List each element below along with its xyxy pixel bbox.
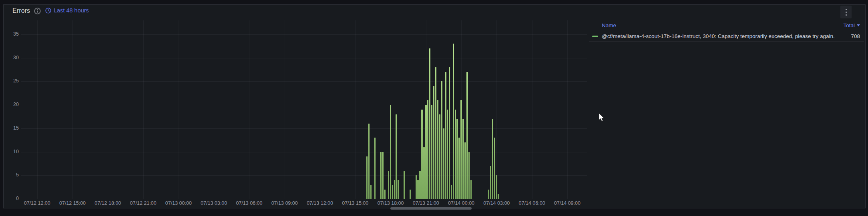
bar[interactable] bbox=[492, 119, 494, 199]
bar[interactable] bbox=[449, 67, 450, 199]
bar[interactable] bbox=[443, 128, 444, 199]
bar[interactable] bbox=[466, 72, 468, 199]
bar[interactable] bbox=[384, 190, 386, 199]
panel-title: Errors bbox=[12, 7, 30, 14]
bar[interactable] bbox=[496, 175, 498, 199]
bar[interactable] bbox=[419, 171, 421, 199]
bar[interactable] bbox=[394, 180, 396, 199]
series-color-swatch[interactable] bbox=[592, 36, 598, 37]
bar[interactable] bbox=[423, 147, 425, 199]
legend-name-header[interactable]: Name bbox=[602, 22, 616, 28]
x-axis-tick-label: 07/14 03:00 bbox=[477, 200, 516, 206]
time-range-link[interactable]: Last 48 hours bbox=[45, 7, 89, 14]
bar[interactable] bbox=[396, 114, 397, 199]
bar[interactable] bbox=[404, 171, 405, 199]
bar[interactable] bbox=[388, 171, 390, 199]
bar[interactable] bbox=[468, 152, 470, 199]
bar[interactable] bbox=[417, 180, 419, 199]
legend-table: Name Total @cf/meta/llama-4-scout-17b-16… bbox=[589, 22, 864, 42]
gridline bbox=[21, 175, 587, 176]
bar[interactable] bbox=[437, 100, 438, 199]
sort-desc-icon bbox=[857, 24, 860, 26]
bar[interactable] bbox=[380, 152, 382, 199]
x-axis-tick-label: 07/12 12:00 bbox=[18, 200, 56, 206]
gridline bbox=[567, 20, 568, 199]
gridline bbox=[37, 20, 38, 199]
dashboard-page: Errors Last 48 hours bbox=[0, 0, 868, 216]
gridline bbox=[496, 20, 497, 199]
gridline bbox=[320, 20, 320, 199]
x-axis-tick-label: 07/14 09:00 bbox=[548, 200, 587, 206]
bar[interactable] bbox=[445, 72, 446, 199]
bar[interactable] bbox=[431, 105, 433, 199]
gridline bbox=[108, 20, 108, 199]
x-axis-tick-label: 07/13 06:00 bbox=[230, 200, 268, 206]
bar[interactable] bbox=[462, 119, 464, 199]
x-axis-tick-label: 07/14 00:00 bbox=[442, 200, 480, 206]
bar[interactable] bbox=[366, 156, 368, 199]
gridline bbox=[21, 128, 587, 129]
bar[interactable] bbox=[368, 124, 370, 199]
x-axis-tick-label: 07/12 18:00 bbox=[88, 200, 127, 206]
gridline bbox=[21, 34, 587, 35]
bar[interactable] bbox=[456, 119, 458, 199]
x-axis-tick-label: 07/13 18:00 bbox=[372, 200, 410, 206]
panel-menu-button[interactable] bbox=[840, 6, 852, 18]
bar[interactable] bbox=[455, 110, 456, 199]
gridline bbox=[72, 20, 73, 199]
bar[interactable] bbox=[453, 44, 454, 199]
bar[interactable] bbox=[460, 100, 462, 199]
y-axis-tick-label: 5 bbox=[5, 172, 19, 178]
x-axis-tick-label: 07/13 09:00 bbox=[265, 200, 304, 206]
bar[interactable] bbox=[392, 185, 394, 199]
bar[interactable] bbox=[421, 110, 423, 199]
legend-total-header[interactable]: Total bbox=[843, 22, 860, 28]
y-axis-tick-label: 25 bbox=[5, 78, 19, 84]
bar[interactable] bbox=[410, 190, 411, 199]
y-axis-tick-label: 15 bbox=[5, 125, 19, 131]
bar[interactable] bbox=[458, 138, 460, 199]
panel-header: Errors Last 48 hours bbox=[4, 5, 865, 18]
bar[interactable] bbox=[374, 138, 376, 199]
x-axis-tick-label: 07/13 12:00 bbox=[301, 200, 339, 206]
legend-header-row: Name Total bbox=[589, 22, 864, 31]
bar[interactable] bbox=[427, 100, 429, 199]
bar[interactable] bbox=[433, 86, 435, 199]
time-range-label: Last 48 hours bbox=[54, 7, 89, 14]
bar[interactable] bbox=[439, 114, 440, 199]
bar[interactable] bbox=[382, 152, 384, 199]
gridline bbox=[21, 81, 587, 82]
bar[interactable] bbox=[435, 67, 437, 199]
gridline bbox=[143, 20, 144, 199]
horizontal-scrollbar-thumb[interactable] bbox=[390, 207, 472, 210]
x-axis-tick-label: 07/13 00:00 bbox=[159, 200, 198, 206]
bar[interactable] bbox=[390, 105, 392, 199]
bar[interactable] bbox=[429, 48, 431, 199]
bar[interactable] bbox=[425, 105, 427, 199]
y-axis-tick-label: 30 bbox=[5, 55, 19, 60]
bar[interactable] bbox=[398, 180, 399, 199]
legend-row[interactable]: @cf/meta/llama-4-scout-17b-16e-instruct,… bbox=[589, 31, 864, 42]
y-axis-tick-label: 10 bbox=[5, 149, 19, 154]
y-axis-tick-label: 35 bbox=[5, 31, 19, 37]
x-axis-tick-label: 07/12 21:00 bbox=[124, 200, 163, 206]
bar[interactable] bbox=[441, 81, 442, 199]
kebab-menu-icon bbox=[846, 9, 847, 10]
bar[interactable] bbox=[370, 185, 372, 199]
errors-panel: Errors Last 48 hours bbox=[3, 4, 866, 208]
bar[interactable] bbox=[488, 190, 490, 199]
bar[interactable] bbox=[490, 166, 492, 199]
bar[interactable] bbox=[498, 194, 499, 199]
bar[interactable] bbox=[464, 142, 466, 199]
info-icon[interactable] bbox=[34, 8, 41, 14]
bar[interactable] bbox=[451, 185, 452, 199]
gridline bbox=[21, 199, 587, 199]
x-axis-tick-label: 07/13 21:00 bbox=[407, 200, 445, 206]
series-total-value: 708 bbox=[851, 33, 860, 39]
bar[interactable] bbox=[470, 180, 472, 199]
bar[interactable] bbox=[416, 175, 417, 199]
bar[interactable] bbox=[447, 110, 448, 199]
gridline bbox=[214, 20, 214, 199]
x-axis-tick-label: 07/14 06:00 bbox=[513, 200, 551, 206]
bar[interactable] bbox=[494, 138, 496, 199]
